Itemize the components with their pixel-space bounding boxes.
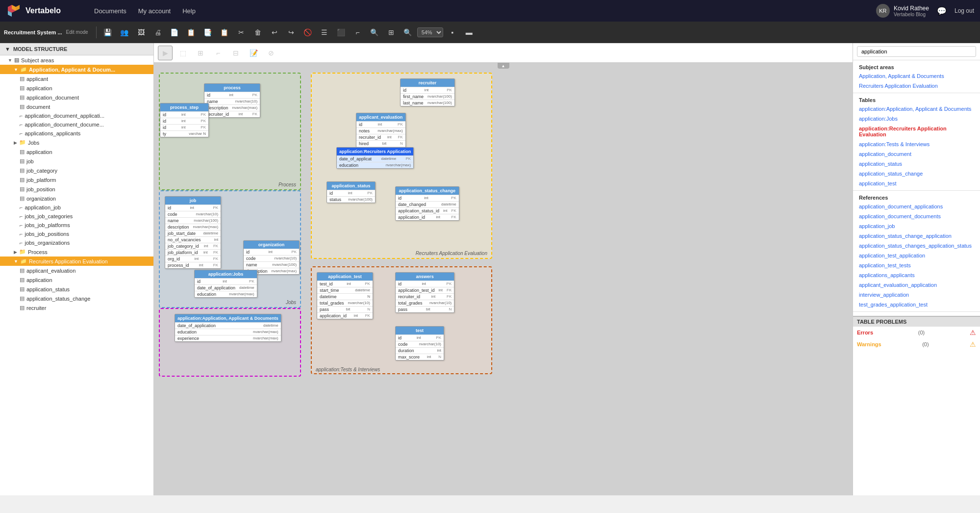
indent-button[interactable]: ⬛ — [334, 25, 349, 40]
sql-button[interactable]: 📋 — [184, 25, 199, 40]
right-ref-link-4[interactable]: application_status_change_application — [853, 231, 980, 241]
right-link-aad[interactable]: Application, Applicant & Documents — [853, 71, 980, 81]
zoom-out-button[interactable]: 🔍 — [401, 25, 415, 40]
fit-button[interactable]: ⊞ — [384, 25, 399, 40]
select-tool[interactable]: ▶ — [158, 46, 173, 60]
nav-documents[interactable]: Documents — [94, 7, 126, 15]
right-ref-link-3[interactable]: application_job — [853, 221, 980, 231]
no-entry-button[interactable]: 🚫 — [301, 25, 315, 40]
right-table-link-3[interactable]: application:Recruiters Application Evalu… — [853, 124, 980, 139]
save-button[interactable]: 💾 — [101, 25, 115, 40]
select-area-tool[interactable]: ⬚ — [176, 46, 190, 60]
right-ref-link-5[interactable]: application_status_changes_application_s… — [853, 241, 980, 251]
sidebar-item-application-rae[interactable]: ▤ application — [0, 275, 153, 284]
job-table[interactable]: job idintPK codenvarchar(10) namenvarcha… — [165, 196, 221, 269]
answers-table[interactable]: answers idintPK application_test_idintFK… — [395, 272, 454, 313]
test-table[interactable]: test idintPK codenvarchar(10) durationin… — [395, 326, 444, 360]
sidebar-item-app-doc-appli[interactable]: ⌐ application_document_applicati... — [0, 111, 153, 120]
sidebar-item-organization[interactable]: ▤ organization — [0, 194, 153, 203]
sidebar-item-document[interactable]: ▤ document — [0, 102, 153, 111]
image-button[interactable]: 🖼 — [134, 25, 149, 40]
aad-application-table[interactable]: application:Application, Applicant & Doc… — [175, 314, 281, 342]
right-ref-link-11[interactable]: test_grades_application_test — [853, 300, 980, 309]
right-table-link-1[interactable]: application:Application, Applicant & Doc… — [853, 104, 980, 114]
list-button[interactable]: ☰ — [317, 25, 332, 40]
right-table-link-8[interactable]: application_test — [853, 179, 980, 188]
search-input[interactable] — [857, 46, 976, 57]
document-title[interactable]: Recruitment System ... — [4, 29, 62, 35]
process-table[interactable]: process idintPK namenvarchar(10) descrip… — [204, 83, 260, 118]
right-ref-link-9[interactable]: applicant_evaluation_application — [853, 280, 980, 290]
right-ref-link-10[interactable]: interview_application — [853, 290, 980, 300]
nav-help[interactable]: Help — [182, 7, 196, 15]
sidebar-item-aad[interactable]: ▼ 📁 Application, Applicant & Docum... — [0, 65, 153, 74]
sidebar-item-process[interactable]: ▶ 📁 Process — [0, 247, 153, 256]
application-test-table[interactable]: application_test test_idintPK start_time… — [317, 272, 373, 319]
print-button[interactable]: 🖨 — [151, 25, 165, 40]
zoom-in-button[interactable]: 🔍 — [367, 25, 382, 40]
add-ref-tool[interactable]: ⌐ — [211, 46, 226, 60]
sidebar-item-rae[interactable]: ▼ 📁 Recruiters Application Evaluation — [0, 256, 153, 266]
sidebar-item-applicant[interactable]: ▤ applicant — [0, 74, 153, 83]
redo-button[interactable]: ↪ — [284, 25, 299, 40]
people-button[interactable]: 👥 — [117, 25, 132, 40]
pdf-button[interactable]: 📄 — [167, 25, 182, 40]
logout-button[interactable]: Log out — [955, 7, 974, 14]
sidebar-item-application-status-change[interactable]: ▤ application_status_change — [0, 294, 153, 303]
sidebar-item-app-doc-docume[interactable]: ⌐ application_document_docume... — [0, 120, 153, 129]
right-link-rae[interactable]: Recruiters Application Evaluation — [853, 81, 980, 91]
sidebar-item-application-jobs[interactable]: ▤ application — [0, 147, 153, 156]
zoom-select[interactable]: 54% — [417, 27, 443, 37]
application-rae-table[interactable]: application:Recruiters Application date_… — [336, 147, 414, 169]
view-button-2[interactable]: ▬ — [462, 25, 477, 40]
sidebar-item-application-status[interactable]: ▤ application_status — [0, 284, 153, 294]
right-table-link-4[interactable]: application:Tests & Interviews — [853, 139, 980, 149]
sidebar-item-applications-applicants[interactable]: ⌐ applications_applicants — [0, 129, 153, 138]
sidebar-item-application-document[interactable]: ▤ application_document — [0, 93, 153, 102]
sidebar-item-application-job[interactable]: ⌐ application_job — [0, 203, 153, 212]
copy-button[interactable]: 📑 — [201, 25, 215, 40]
sidebar-item-job[interactable]: ▤ job — [0, 156, 153, 166]
paste-button[interactable]: 📋 — [217, 25, 232, 40]
sidebar-item-jobs[interactable]: ▶ 📁 Jobs — [0, 138, 153, 147]
process-step-table[interactable]: process_step idintPK idintPK idintPK tyv… — [160, 103, 209, 137]
sidebar-item-applicant-evaluation[interactable]: ▤ applicant_evaluation — [0, 266, 153, 275]
right-table-link-2[interactable]: application:Jobs — [853, 114, 980, 124]
right-ref-link-1[interactable]: application_document_applications — [853, 202, 980, 211]
right-table-link-6[interactable]: application_status — [853, 159, 980, 169]
subject-areas-group[interactable]: ▼ ▤ Subject areas — [0, 55, 153, 65]
recruiter-table[interactable]: recruiter idintPK first_namenvarchar(100… — [400, 78, 455, 106]
chat-icon[interactable]: 💬 — [937, 6, 947, 16]
sidebar-item-recruiter[interactable]: ▤ recruiter — [0, 303, 153, 312]
sidebar-item-jobs-organizations[interactable]: ⌐ jobs_organizations — [0, 238, 153, 247]
application-jobs-table[interactable]: application:Jobs idintPK date_of_applica… — [194, 270, 257, 298]
application-status-change-table[interactable]: application_status_change idintPK date_c… — [395, 186, 459, 221]
errors-row[interactable]: Errors (0) ⚠ — [853, 327, 980, 338]
right-ref-link-6[interactable]: application_test_application — [853, 251, 980, 260]
right-ref-link-2[interactable]: application_document_documents — [853, 211, 980, 221]
sidebar-item-application[interactable]: ▤ application — [0, 83, 153, 93]
add-note-tool[interactable]: 📝 — [246, 46, 261, 60]
right-table-link-5[interactable]: application_document — [853, 149, 980, 159]
warnings-row[interactable]: Warnings (0) ⚠ — [853, 338, 980, 350]
canvas-area[interactable]: ▶ ⬚ ⊞ ⌐ ⊟ 📝 ⊘ ▲ process idintPK namenvar… — [154, 43, 853, 495]
right-ref-link-7[interactable]: application_test_tests — [853, 260, 980, 270]
corner-button[interactable]: ⌐ — [351, 25, 365, 40]
add-table-tool[interactable]: ⊞ — [193, 46, 208, 60]
cut-button[interactable]: ✂ — [234, 25, 249, 40]
right-table-link-7[interactable]: application_status_change — [853, 169, 980, 179]
add-area-tool[interactable]: ⊘ — [264, 46, 278, 60]
delete-button[interactable]: 🗑 — [251, 25, 265, 40]
collapse-icon[interactable]: ▼ — [5, 46, 10, 52]
sidebar-item-jobs-job-categories[interactable]: ⌐ jobs_job_categories — [0, 212, 153, 221]
undo-button[interactable]: ↩ — [267, 25, 282, 40]
sidebar-item-job-platform[interactable]: ▤ job_platform — [0, 175, 153, 184]
nav-my-account[interactable]: My account — [138, 7, 171, 15]
sidebar-item-job-position[interactable]: ▤ job_position — [0, 184, 153, 194]
add-view-tool[interactable]: ⊟ — [228, 46, 243, 60]
logo[interactable]: Vertabelo — [6, 3, 84, 19]
right-ref-link-8[interactable]: applications_applicants — [853, 270, 980, 280]
sidebar-item-job-category[interactable]: ▤ job_category — [0, 166, 153, 175]
sidebar-item-jobs-job-platforms[interactable]: ⌐ jobs_job_platforms — [0, 221, 153, 230]
application-status-table[interactable]: application_status idintPK statusnvarcha… — [327, 181, 376, 203]
